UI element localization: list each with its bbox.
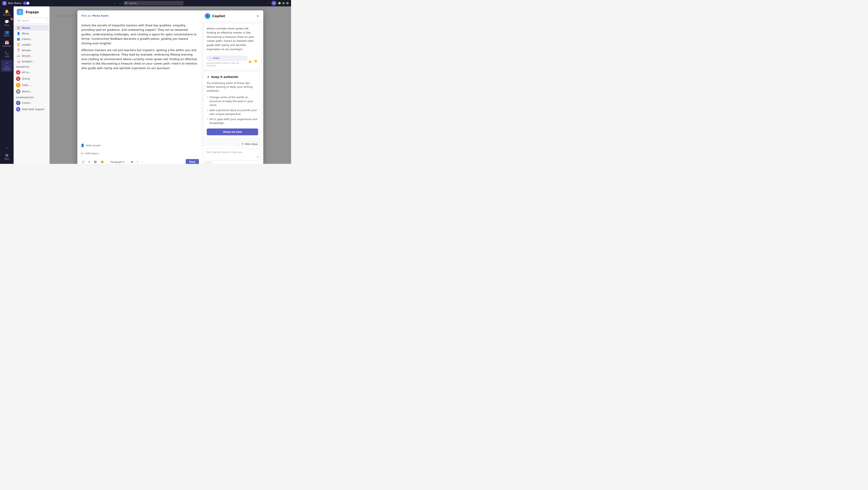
community-connect[interactable]: C Conne... [13,100,50,106]
paragraph-label: Paragraph [110,160,123,163]
ai-message-text: where curiosity never grows old. Finding… [207,27,258,52]
more-ideas-button[interactable]: ✦ More ideas [239,141,261,146]
bold-button[interactable]: B [129,160,134,164]
minimize-button[interactable] [278,2,281,4]
left-panel: E Engage 🔍 Search 🏠 Home 👤 Mona 👥 Comm..… [13,6,50,164]
sparkle-icon-small: ✦ [242,142,244,145]
more-ideas-label: More ideas [245,142,258,145]
nav-answers-label: Answe... [22,49,33,52]
leadership-icon: 🏆 [17,43,20,46]
user-avatar[interactable]: M [272,1,276,6]
post-body[interactable]: Unlock the secrets of impactful mentors … [78,20,201,141]
show-me-how-button[interactable]: Show me how [207,129,258,135]
answers-icon: ❓ [17,48,20,52]
formatting-toolbar: 📝 ▾ 🖼 😊 Paragraph ▾ B I [78,158,201,164]
toolbar-dropdown-arrow[interactable]: ▾ [87,160,92,164]
sidebar-item-apps[interactable]: ⊞ Apps [1,152,12,161]
toolbar-separator [107,160,107,164]
add-topics-row[interactable]: 🏷 Add topics [78,150,201,158]
nav-analytics[interactable]: 📊 Analytic... [14,59,49,64]
nav-storyline-label: Storyli... [22,54,33,57]
sales-avatar: S [16,83,21,87]
new-teams-toggle[interactable] [23,2,30,5]
nav-mona[interactable]: 👤 Mona [14,31,49,36]
toolbar-image-btn[interactable]: 🖼 [92,160,98,164]
sidebar-item-calendar[interactable]: 📅 Calendar [1,39,12,49]
all-company-avatar: A [16,70,21,74]
sidebar-item-teams[interactable]: 👥 Teams [1,29,12,38]
search-bar[interactable]: 🔍 Search [124,1,184,5]
analytics-icon: 📊 [17,60,20,63]
tip-card: ✦ Keep it authentic Try employing some o… [204,72,261,138]
giving-avatar: G [16,76,21,81]
storyline-icon: 📖 [17,54,20,57]
search-placeholder: Search [129,2,137,5]
copilot-close-button[interactable]: ✕ [255,13,260,19]
nav-home[interactable]: 🏠 Home [14,25,49,31]
more-formatting-button[interactable]: ··· [140,160,146,164]
main-content: Background content... Post as: Mona Kane… [50,6,291,164]
copilot-input-area: Tell Copilot how to help you ➤ 0/2000 [202,146,263,164]
tip-item-3: Fill in gaps with your experience and kn… [207,117,258,126]
tip-item-2: Add a personal story to provide your own… [207,108,258,117]
post-as-name[interactable]: Mona Kane [92,14,108,17]
sidebar-item-chat[interactable]: 💬 Chat 1 [1,19,12,28]
toolbar-post-icon-btn[interactable]: 📝 [80,160,86,164]
nav-home-label: Home [22,26,30,29]
thumbs-down-button[interactable]: 👎 [253,59,258,63]
home-icon: 🏠 [17,26,20,29]
nav-communities[interactable]: 👥 Comm... [14,36,49,42]
community-helpdesk[interactable]: H Help Desk Support [13,106,50,112]
settings-icon[interactable]: ··· [267,2,270,5]
copilot-send-button[interactable]: ➤ [256,155,259,159]
toolbar-emoji-btn[interactable]: 😊 [99,160,105,164]
nav-answers[interactable]: ❓ Answe... [14,47,49,53]
post-button[interactable]: Post [186,159,199,164]
community-all-company[interactable]: A All co... [13,69,50,75]
post-as-label: Post as: Mona Kane [81,14,108,17]
nav-communities-label: Comm... [22,38,33,40]
close-button[interactable] [286,2,289,4]
thumbs-up-button[interactable]: 👍 [247,59,252,63]
women-label: Wome... [22,90,32,93]
added-button[interactable]: ✓ Added [207,56,247,61]
sidebar-item-viva-engage[interactable]: ⚡ Viva Engage [1,60,12,72]
forward-button[interactable]: › [118,1,122,5]
tip-title: Keep it authentic [211,75,239,78]
sidebar-item-activity[interactable]: 🔔 Activity [1,8,12,18]
nav-leadership[interactable]: 🏆 Leader... [14,42,49,47]
paragraph-select[interactable]: Paragraph ▾ [109,160,126,164]
engage-title: Engage [26,10,39,14]
feedback-buttons: 👍 👎 [247,59,258,63]
ai-message-actions: ✓ Added AI-generated content may be inco… [207,54,258,67]
post-paragraph-2: Effective mentors are not just teachers … [81,48,197,70]
community-sales[interactable]: S Sales ... [13,82,50,88]
more-ideas-row: ✦ More ideas [204,140,261,146]
tip-intro: Try employing some of these tips before … [207,81,258,93]
add-people-row[interactable]: 👤 Add people [78,141,201,150]
nav-leadership-label: Leader... [22,43,33,46]
back-button[interactable]: ‹ [113,1,117,5]
add-people-icon: 👤 [81,143,85,147]
community-women[interactable]: W Wome... [13,88,50,95]
add-topics-icon: 🏷 [81,152,84,155]
apps-icon: ⊞ [5,154,8,157]
sparkle-icon: ✦ [207,75,210,79]
post-editor: Post as: Mona Kane Unlock the secrets of… [78,10,201,164]
maximize-button[interactable] [282,2,285,4]
app-title: New Teams [8,2,22,5]
left-panel-search[interactable]: 🔍 Search [15,18,48,23]
teams-logo: T [2,1,6,5]
mona-icon: 👤 [17,32,20,35]
copilot-input-box: Tell Copilot how to help you ➤ [204,149,261,160]
sidebar-item-more[interactable]: ··· [1,144,12,151]
add-people-label: Add people [86,144,101,147]
helpdesk-label: Help Desk Support [22,108,44,111]
community-giving[interactable]: G Giving [13,75,50,82]
ai-disclaimer: AI-generated content may be incorrect [207,62,247,67]
italic-button[interactable]: I [135,160,140,164]
nav-storyline[interactable]: 📖 Storyli... [14,53,49,59]
sidebar-label-calls: Calls [4,55,9,58]
sidebar-item-calls[interactable]: 📞 Calls [1,50,12,59]
nav-analytics-label: Analytic... [22,60,35,63]
